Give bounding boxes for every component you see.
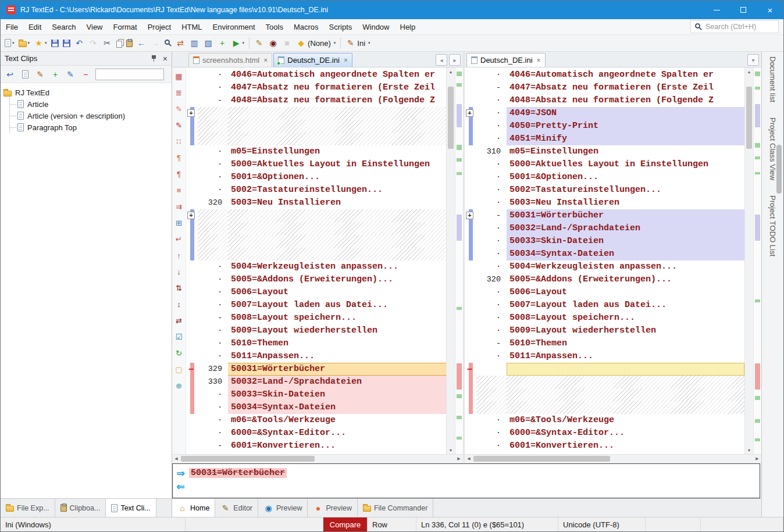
code-line[interactable]: 4048=Absatz neu formatieren (Folgende Z (228, 94, 446, 107)
shift-lines-icon[interactable]: ⇉ (174, 202, 184, 212)
tree-item-paragraph-top[interactable]: Paragraph Top (17, 122, 169, 133)
code-line[interactable]: 4046=Automatisch angeordnete Spalten er (507, 69, 744, 81)
navigate-forward-button[interactable]: → (149, 36, 162, 51)
code-line[interactable]: 5010=Themen (228, 337, 446, 350)
code-line[interactable]: 5000=Aktuelles Layout in Einstellungen (507, 158, 744, 171)
scroll-up-icon[interactable]: ▲ (745, 67, 753, 76)
scroll-left-icon[interactable]: ◀ (172, 455, 180, 463)
line-tools-icon[interactable]: ≡ (174, 185, 184, 195)
vertical-scrollbar[interactable]: ▲▼ (744, 67, 753, 454)
sort-numeric-icon[interactable]: ⇅ (174, 283, 184, 293)
code-line[interactable]: 50033=Skin-Dateien (228, 388, 446, 401)
code-line[interactable]: 5003=Neu Installieren (228, 197, 446, 209)
tab-close-icon[interactable]: × (537, 56, 541, 65)
marker-pink-icon[interactable]: ✎ (174, 104, 184, 114)
sort-ascending-icon[interactable]: ↑ (174, 251, 184, 260)
menu-item-view[interactable]: View (81, 19, 108, 34)
tab-scroll-right-button[interactable]: ▸ (449, 54, 461, 66)
run-script-button[interactable]: ▶▾ (230, 36, 247, 51)
fold-expand-icon[interactable]: + (187, 109, 195, 117)
tab-clipboard[interactable]: Clipboa... (55, 499, 106, 517)
code-line[interactable]: 5007=Layout laden aus Datei... (228, 299, 446, 312)
line-break-icon[interactable]: ↵ (174, 234, 184, 244)
code-line[interactable]: 5006=Layout (507, 286, 744, 299)
horizontal-scrollbar-thumb[interactable] (473, 456, 610, 462)
paragraph-format-icon[interactable]: ¶ (174, 153, 184, 163)
scroll-up-icon[interactable]: ▲ (447, 67, 455, 76)
tab-deutsch-de-ini[interactable]: Deutsch_DE.ini× (273, 53, 352, 67)
new-clip-button[interactable] (19, 68, 31, 81)
code-line[interactable]: 5009=Layout wiederherstellen (507, 324, 744, 337)
code-line[interactable]: 50031=Wörterbücher (228, 363, 446, 376)
code-line[interactable]: 5001=&Optionen... (507, 171, 744, 184)
document-layout-button[interactable]: ▥ (188, 36, 201, 51)
code-line[interactable]: 5011=Anpassen... (228, 350, 446, 363)
sort-descending-icon[interactable]: ↓ (174, 267, 184, 277)
code-line[interactable]: 5005=&Addons (Erweiterungen)... (507, 273, 744, 286)
menu-item-project[interactable]: Project (142, 19, 176, 34)
tab-list-dropdown-button[interactable]: ▾ (747, 54, 759, 66)
code-line[interactable]: 5010=Themen (507, 337, 744, 350)
menu-item-window[interactable]: Window (357, 19, 394, 34)
tab-preview-internal[interactable]: ◉Preview (258, 499, 308, 517)
menu-item-html[interactable]: HTML (176, 19, 207, 34)
code-line[interactable]: m06=&Tools/Werkzeuge (228, 414, 446, 427)
code-line[interactable]: 4049=JSON (507, 107, 744, 120)
code-line[interactable] (507, 376, 744, 388)
code-line[interactable] (507, 401, 744, 414)
horizontal-scrollbar[interactable]: ◀▶ (172, 454, 463, 463)
code-line[interactable] (228, 248, 446, 260)
sort-alpha-icon[interactable]: ↕ (174, 299, 184, 309)
code-line[interactable]: m05=Einstellungen (507, 145, 744, 158)
horizontal-scrollbar-thumb[interactable] (181, 456, 315, 462)
code-line[interactable]: m05=Einstellungen (228, 145, 446, 158)
scroll-left-icon[interactable]: ◀ (465, 455, 473, 463)
code-line[interactable]: 6001=Konvertieren... (507, 440, 744, 452)
vertical-scrollbar-thumb[interactable] (746, 87, 752, 148)
close-button[interactable]: × (757, 1, 783, 19)
menu-item-search[interactable]: Search (47, 19, 81, 34)
paragraph-join-icon[interactable]: ¶ (174, 169, 184, 179)
menu-item-environment[interactable]: Environment (208, 19, 261, 34)
code-line[interactable]: 5002=Tastatureinstellungen... (228, 184, 446, 197)
right-scrollbar-thumb[interactable] (776, 145, 782, 194)
insert-clip-button[interactable]: ↩ (3, 68, 16, 81)
edit-clip-button[interactable]: ✎ (34, 68, 47, 81)
code-line[interactable] (507, 363, 744, 376)
add-clip-button[interactable]: + (49, 68, 62, 81)
code-line[interactable]: 5002=Tastatureinstellungen... (507, 184, 744, 197)
bullet-list-icon[interactable]: ∷ (174, 137, 184, 147)
code-line[interactable]: 4046=Automatisch angeordnete Spalten er (228, 69, 446, 81)
code-line[interactable] (228, 133, 446, 145)
code-line[interactable] (228, 222, 446, 235)
edit-clip-list-button[interactable]: ✎ (64, 68, 77, 81)
code-line[interactable]: 4047=Absatz neu formatieren (Erste Zeil (507, 81, 744, 94)
menu-item-macros[interactable]: Macros (288, 19, 324, 34)
code-line[interactable]: 5001=&Optionen... (228, 171, 446, 184)
code-line[interactable] (507, 388, 744, 401)
menu-search-input[interactable] (705, 23, 771, 31)
tab-scroll-left-button[interactable]: ◂ (436, 54, 447, 66)
stop-macro-button[interactable]: ■ (280, 36, 294, 51)
code-line[interactable]: m06=&Tools/Werkzeuge (507, 414, 744, 427)
vertical-scrollbar-thumb[interactable] (448, 87, 454, 148)
insert-block-icon[interactable]: ⊞ (174, 218, 184, 228)
fold-expand-icon[interactable]: + (466, 109, 473, 117)
code-line[interactable]: 5011=Anpassen... (507, 350, 744, 363)
tab-preview-browser[interactable]: ●Preview (308, 499, 357, 517)
tab-close-icon[interactable]: × (263, 56, 268, 65)
menu-item-tools[interactable]: Tools (261, 19, 288, 34)
code-line[interactable]: 5005=&Addons (Erweiterungen)... (228, 273, 446, 286)
marker-red-icon[interactable]: ✎ (174, 120, 184, 130)
menu-item-scripts[interactable]: Scripts (324, 19, 358, 34)
settings-icon[interactable]: ⊕ (174, 381, 184, 391)
code-line[interactable]: 50033=Skin-Dateien (507, 235, 744, 248)
tab-home[interactable]: ⌂Home (172, 499, 215, 517)
refresh-icon[interactable]: ↻ (174, 348, 184, 358)
code-line[interactable]: 6001=Konvertieren... (228, 440, 446, 452)
tab-file-explorer[interactable]: File Exp... (1, 499, 55, 517)
dock-tab-project-todo-list[interactable]: Project TODO List (768, 195, 777, 256)
tab-editor[interactable]: ✎Editor (215, 499, 258, 517)
favorites-button[interactable]: ★▾ (32, 36, 49, 51)
code-line[interactable]: 6000=&Syntax-Editor... (507, 427, 744, 440)
